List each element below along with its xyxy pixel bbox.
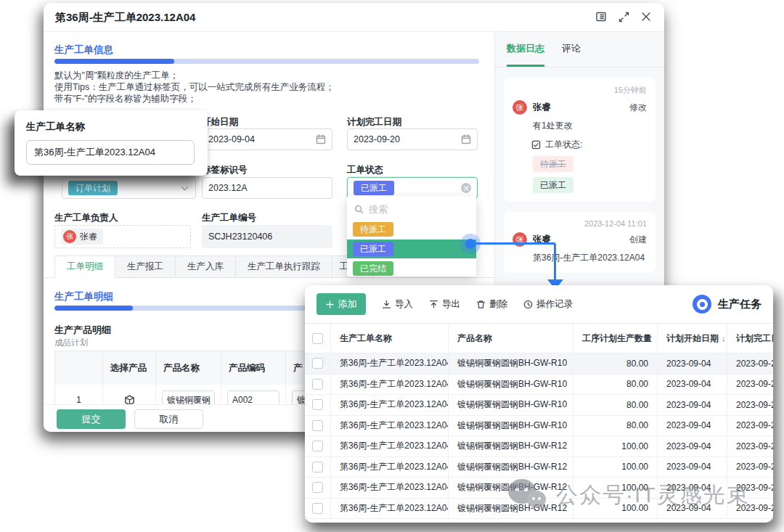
status-tag: 已派工: [354, 181, 394, 195]
dialog-header: 第36周-生产工单2023.12A04: [44, 3, 664, 32]
log-detail: 第36周-生产工单2023.12A04: [533, 252, 647, 264]
status-option-assigned[interactable]: 已派工: [347, 240, 476, 258]
cell-start: 2023-09-04: [658, 416, 727, 436]
cell-end: 2023-09-20: [727, 457, 773, 478]
select-all-checkbox[interactable]: [312, 333, 323, 344]
table-row[interactable]: 第36周-生产工单2023.12A04 镀锡铜覆钢圆钢BH-GW-R12 100…: [305, 457, 773, 478]
tab-production-report[interactable]: 生产报工: [115, 255, 176, 278]
history-button[interactable]: 操作记录: [523, 298, 573, 311]
collapse-icon[interactable]: [618, 12, 629, 22]
start-date-field[interactable]: 2023-09-04: [202, 128, 332, 150]
cell-start: 2023-09-04: [658, 375, 727, 395]
production-task-title: 生产任务: [718, 298, 761, 311]
cell-qty: 80.00: [573, 416, 658, 436]
row-checkbox[interactable]: [312, 420, 323, 431]
cell-start: 2023-09-04: [658, 499, 727, 519]
order-no-field: SCJH23120406: [202, 225, 332, 248]
log-time: 2023-12-04 11:01: [513, 219, 647, 228]
sort-desc-icon[interactable]: ↓: [722, 334, 726, 343]
product-col-name: 产品名称: [156, 351, 221, 385]
product-col-code: 产品编码: [221, 351, 286, 385]
cell-product: 镀锡铜覆钢圆钢BH-GW-R12: [449, 457, 573, 478]
delete-button[interactable]: 删除: [476, 298, 507, 311]
dropdown-search[interactable]: [347, 199, 476, 219]
import-icon: [382, 300, 391, 309]
dropdown-search-input[interactable]: [369, 204, 456, 215]
cell-product: 镀锡铜覆钢圆钢BH-GW-R10: [449, 375, 573, 395]
table-row[interactable]: 第36周-生产工单2023.12A04 镀锡铜覆钢圆钢BH-GW-R12 100…: [305, 478, 773, 499]
table-row[interactable]: 第36周-生产工单2023.12A04 镀锡铜覆钢圆钢BH-GW-R10 80.…: [305, 375, 773, 396]
table-row[interactable]: 第36周-生产工单2023.12A04 镀锡铜覆钢圆钢BH-GW-R10 80.…: [305, 416, 773, 437]
doc-panel-icon[interactable]: [595, 11, 607, 22]
plus-icon: [326, 300, 334, 308]
row-checkbox[interactable]: [312, 462, 323, 472]
cell-end: 2023-09-20: [727, 395, 773, 415]
task-table-body: 第36周-生产工单2023.12A04 镀锡铜覆钢圆钢BH-GW-R10 80.…: [305, 353, 773, 519]
submit-button[interactable]: 提交: [57, 409, 126, 429]
cell-qty: 100.00: [573, 436, 658, 457]
table-row[interactable]: 第36周-生产工单2023.12A04 镀锡铜覆钢圆钢BH-GW-R12 100…: [305, 436, 773, 457]
log-user: 张睿: [533, 102, 624, 114]
connector-line: [554, 244, 556, 279]
cell-product: 镀锡铜覆钢圆钢BH-GW-R10: [449, 353, 573, 374]
work-order-name-input[interactable]: [26, 140, 195, 165]
cell-name: 第36周-生产工单2023.12A04: [331, 478, 449, 498]
finish-date-field[interactable]: 2023-09-20: [347, 128, 478, 150]
owner-chip: 张 张睿: [61, 229, 103, 245]
tab-work-order-detail[interactable]: 工单明细: [54, 255, 115, 278]
tab-data-log[interactable]: 数据日志: [507, 42, 544, 67]
cell-name: 第36周-生产工单2023.12A04: [331, 375, 449, 395]
avatar: 张: [513, 232, 527, 247]
search-icon: [354, 205, 364, 214]
log-action: 创建: [629, 234, 647, 246]
cell-qty: 100.00: [573, 457, 658, 478]
label-order-no: 生产工单编号: [202, 212, 256, 224]
row-checkbox[interactable]: [312, 399, 323, 410]
task-toolbar: 添加 导入 导出 删除 操作记录 生产任务: [305, 292, 773, 316]
log-entry: 15分钟前 张 张睿 修改 有1处更改 工单状态: 待派工 已派工: [504, 78, 656, 202]
close-icon[interactable]: [641, 12, 651, 22]
cell-product: 镀锡铜覆钢圆钢BH-GW-R12: [449, 499, 573, 519]
log-summary: 有1处更改: [533, 120, 647, 132]
connector-cursor-dot: [465, 239, 475, 249]
cell-name: 第36周-生产工单2023.12A04: [331, 436, 449, 457]
row-checkbox[interactable]: [312, 358, 323, 369]
cell-name: 第36周-生产工单2023.12A04: [331, 353, 449, 374]
tab-execution-tracking[interactable]: 生产工单执行跟踪: [236, 255, 332, 278]
tab-comments[interactable]: 评论: [562, 42, 581, 67]
table-row[interactable]: 第36周-生产工单2023.12A04 镀锡铜覆钢圆钢BH-GW-R10 80.…: [305, 353, 773, 375]
row-checkbox[interactable]: [312, 379, 323, 390]
cell-product: 镀锡铜覆钢圆钢BH-GW-R10: [449, 416, 573, 436]
tab-production-inbound[interactable]: 生产入库: [176, 255, 236, 278]
table-row[interactable]: 第36周-生产工单2023.12A04 镀锡铜覆钢圆钢BH-GW-R10 80.…: [305, 395, 773, 416]
tag-id-field[interactable]: 2023.12A: [202, 177, 332, 199]
status-option-pending[interactable]: 待派工: [347, 220, 476, 239]
clock-icon: [523, 300, 533, 309]
order-type-tag: 订单计划: [68, 181, 118, 195]
label-status: 工单状态: [347, 164, 383, 176]
owner-field[interactable]: 张 张睿: [54, 225, 191, 248]
connector-line: [475, 242, 555, 245]
import-button[interactable]: 导入: [382, 298, 413, 311]
calendar-icon: [316, 134, 326, 144]
order-type-select[interactable]: 订单计划: [62, 177, 196, 199]
product-detail-subtitle: 成品计划: [54, 337, 88, 348]
export-button[interactable]: 导出: [429, 298, 460, 311]
cell-name: 第36周-生产工单2023.12A04: [331, 395, 449, 415]
chevron-down-icon: [180, 184, 189, 193]
table-row[interactable]: 第36周-生产工单2023.12A04 镀锡铜覆钢圆钢BH-GW-R12 100…: [305, 499, 773, 520]
log-time: 15分钟前: [513, 85, 647, 96]
row-checkbox[interactable]: [312, 482, 323, 493]
status-option-finished[interactable]: 已完结: [347, 259, 476, 278]
row-checkbox[interactable]: [312, 503, 323, 514]
info-description: 默认为"周"颗粒度的生产工单； 使用Tips：生产工单通过标签页，可以一站式完成…: [54, 70, 335, 105]
avatar: 张: [513, 100, 527, 115]
cell-qty: 80.00: [573, 375, 658, 395]
row-checkbox[interactable]: [312, 441, 323, 451]
add-button[interactable]: 添加: [317, 293, 366, 315]
avatar: 张: [63, 230, 76, 243]
cancel-button[interactable]: 取消: [134, 409, 203, 429]
cell-start: 2023-09-04: [658, 436, 727, 457]
clear-icon[interactable]: [461, 183, 471, 193]
work-order-name-popup: 生产工单名称: [15, 110, 208, 176]
